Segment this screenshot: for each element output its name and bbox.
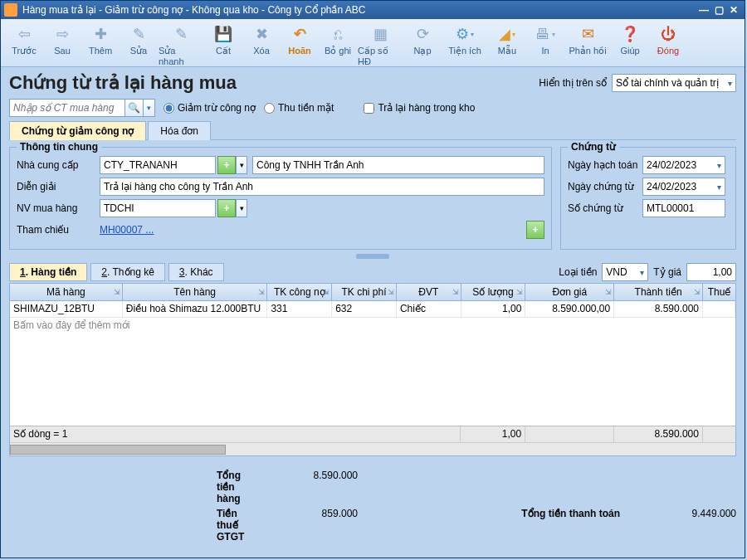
tab-invoice[interactable]: Hóa đơn (148, 121, 211, 140)
col-item-name[interactable]: Tên hàng⇲ (123, 284, 268, 300)
ref-label: Tham chiếu (17, 224, 100, 236)
voucher-legend: Chứng từ (568, 141, 619, 153)
app-window: Hàng mua trả lại - Giảm trừ công nợ - Kh… (0, 0, 745, 558)
totals-section: Tổng tiền hàng 8.590.000 Tiền thuế GTGT … (9, 468, 736, 544)
undo-button[interactable]: ↶Hoãn (281, 22, 318, 56)
reload-button[interactable]: ⟳Nạp (404, 22, 441, 56)
app-icon (4, 3, 17, 17)
check-return-stock[interactable]: Trả lại hàng trong kho (364, 102, 475, 114)
general-info-group: Thông tin chung Nhà cung cấp + ▾ Diễn gi… (9, 147, 552, 250)
vat-total-value: 859.000 (242, 508, 358, 543)
description-input[interactable] (100, 178, 544, 196)
row-count: Số dòng = 1 (10, 426, 461, 442)
voucher-num-label: Số chứng từ (568, 202, 642, 214)
voucher-num-input[interactable] (642, 199, 725, 217)
col-amount[interactable]: Thành tiền⇲ (614, 284, 703, 300)
ref-link[interactable]: MH00007 ... (100, 224, 525, 236)
col-cost-acc[interactable]: TK chi phí⇲ (332, 284, 397, 300)
delete-button[interactable]: ✖Xóa (243, 22, 280, 56)
maximize-button[interactable]: ▢ (711, 4, 726, 16)
col-unit[interactable]: ĐVT⇲ (397, 284, 461, 300)
add-supplier-button[interactable]: + (217, 156, 236, 174)
assign-number-button[interactable]: ▦Cấp số HĐ (358, 22, 403, 66)
col-debt-acc[interactable]: TK công nợ⇲ (267, 284, 332, 300)
nav-prev-button[interactable]: ⇦Trước (6, 22, 42, 56)
minimize-button[interactable]: — (696, 4, 711, 16)
col-tax[interactable]: Thuế (703, 284, 735, 300)
vat-total-label: Tiền thuế GTGT (9, 508, 242, 543)
voucher-search-input[interactable] (9, 99, 125, 117)
titlebar: Hàng mua trả lại - Giảm trừ công nợ - Kh… (1, 1, 745, 19)
col-qty[interactable]: Số lượng⇲ (461, 284, 526, 300)
supplier-code-input[interactable] (100, 156, 216, 174)
general-legend: Thông tin chung (17, 141, 101, 153)
utilities-button[interactable]: ⚙▾Tiện ích (442, 22, 487, 56)
buyer-input[interactable] (100, 199, 216, 217)
add-button[interactable]: ✚Thêm (82, 22, 119, 56)
col-item-code[interactable]: Mã hàng⇲ (10, 284, 123, 300)
grid-body[interactable]: SHIMAZU_12BTU Điều hoà Shimazu 12.000BTU… (10, 301, 735, 426)
content-area: Chứng từ trả lại hàng mua Hiển thị trên … (1, 67, 745, 558)
goods-total-value: 8.590.000 (242, 470, 358, 504)
subtab-other[interactable]: 3. Khác (168, 263, 224, 281)
edit-button[interactable]: ✎Sửa (120, 22, 157, 56)
items-grid: Mã hàng⇲ Tên hàng⇲ TK công nợ⇲ TK chi ph… (9, 283, 736, 456)
help-button[interactable]: ❓Giúp (612, 22, 648, 56)
grid-header: Mã hàng⇲ Tên hàng⇲ TK công nợ⇲ TK chi ph… (10, 284, 735, 301)
search-dropdown[interactable]: ▾ (144, 99, 155, 117)
supplier-label: Nhà cung cấp (17, 159, 100, 171)
voucher-group: Chứng từ Ngày hạch toán 24/02/2023 Ngày … (560, 147, 736, 250)
subtab-stats[interactable]: 2. Thống kê (90, 263, 165, 281)
display-on-combo[interactable]: Sổ tài chính và quản trị (612, 74, 736, 92)
currency-label: Loại tiền (559, 266, 597, 278)
rate-label: Tỷ giá (653, 266, 681, 278)
supplier-name-input[interactable] (252, 156, 544, 174)
doc-date-label: Ngày chứng từ (568, 181, 642, 192)
pay-total-value: 9.449.000 (645, 508, 736, 543)
search-icon[interactable]: 🔍 (125, 99, 144, 117)
acc-date-input[interactable]: 24/02/2023 (642, 156, 725, 174)
rate-input[interactable] (686, 263, 736, 281)
tab-debt-voucher[interactable]: Chứng từ giảm công nợ (9, 121, 146, 140)
unpost-button[interactable]: ⎌Bỏ ghi (320, 22, 356, 56)
radio-offset-debt[interactable]: Giảm trừ công nợ (164, 102, 256, 114)
quick-edit-button[interactable]: ✎Sửa nhanh (159, 22, 203, 66)
save-button[interactable]: 💾Cất (205, 22, 242, 56)
acc-date-label: Ngày hạch toán (568, 159, 642, 171)
buyer-label: NV mua hàng (17, 202, 100, 214)
pay-total-label: Tổng tiền thanh toán (358, 508, 645, 543)
col-price[interactable]: Đơn giá⇲ (525, 284, 614, 300)
grid-summary: Số dòng = 1 1,00 8.590.000 (10, 426, 735, 442)
currency-combo[interactable]: VND (602, 263, 648, 281)
main-tabbar: Chứng từ giảm công nợ Hóa đơn (9, 120, 736, 140)
page-title: Chứng từ trả lại hàng mua (9, 72, 539, 94)
exit-button[interactable]: ⏻Đóng (650, 22, 686, 56)
add-ref-button[interactable]: + (526, 221, 544, 239)
template-button[interactable]: ◢▾Mẫu (489, 22, 525, 56)
radio-cash[interactable]: Thu tiền mặt (264, 102, 334, 114)
voucher-search: 🔍 ▾ (9, 99, 155, 117)
splitter[interactable] (9, 253, 736, 260)
grid-add-row[interactable]: Bấm vào đây để thêm mới (10, 318, 735, 333)
subtab-items[interactable]: 1. Hàng tiền (9, 263, 87, 281)
display-on-label: Hiển thị trên sổ (539, 77, 607, 89)
grid-hscroll[interactable] (10, 442, 735, 455)
print-button[interactable]: 🖶▾In (527, 22, 564, 56)
supplier-dropdown[interactable]: ▾ (236, 156, 247, 174)
feedback-button[interactable]: ✉Phản hồi (565, 22, 610, 56)
nav-next-button[interactable]: ⇨Sau (44, 22, 81, 56)
add-buyer-button[interactable]: + (217, 199, 236, 217)
grid-row[interactable]: SHIMAZU_12BTU Điều hoà Shimazu 12.000BTU… (10, 301, 735, 318)
doc-date-input[interactable]: 24/02/2023 (642, 178, 725, 196)
desc-label: Diễn giải (17, 181, 100, 192)
window-title: Hàng mua trả lại - Giảm trừ công nợ - Kh… (22, 4, 696, 16)
buyer-dropdown[interactable]: ▾ (236, 199, 247, 217)
goods-total-label: Tổng tiền hàng (9, 470, 242, 504)
toolbar: ⇦Trước ⇨Sau ✚Thêm ✎Sửa ✎Sửa nhanh 💾Cất ✖… (1, 19, 745, 67)
close-button[interactable]: ✕ (726, 4, 741, 16)
